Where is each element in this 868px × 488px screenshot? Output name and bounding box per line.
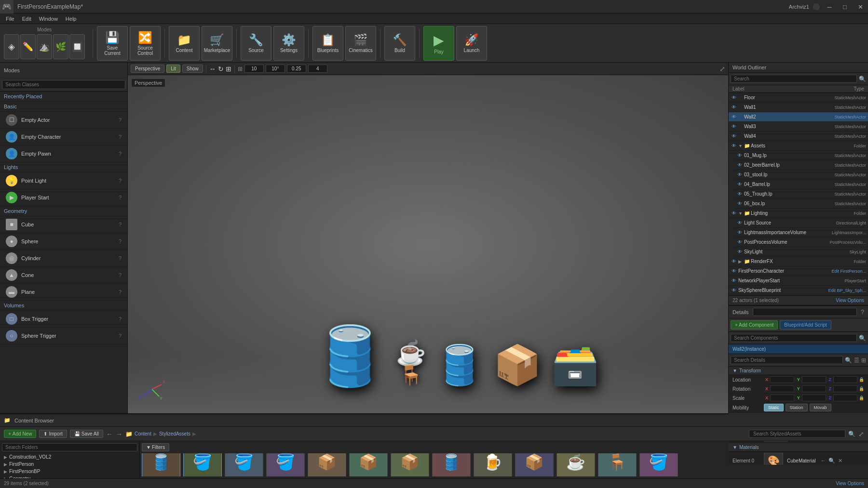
visibility-icon[interactable]: 👁 [731,210,737,217]
list-item[interactable]: ▶ Geometry [0,475,139,478]
rotation-y-input[interactable]: 0.002° [802,385,826,392]
list-item[interactable]: ● Sphere ? [0,233,127,250]
expand-icon[interactable]: ▶ [4,469,7,474]
view-options-label[interactable]: View Options [836,481,864,486]
play-button[interactable]: ▶ Play [423,26,454,61]
outliner-row[interactable]: 👁 SkySphereBlueprint Edit BP_Sky_Sph... [729,286,868,295]
outliner-search-input[interactable] [731,75,857,83]
menu-edit[interactable]: Edit [18,15,35,23]
visibility-icon[interactable]: 👁 [731,258,737,265]
outliner-row[interactable]: 👁 Wall2 StaticMeshActor [729,112,868,122]
expand-icon[interactable]: ▶ [4,455,7,460]
modes-landscape-btn[interactable]: ⛰️ [37,34,52,59]
outliner-row[interactable]: 👁 ▼ 📁 Lighting Folder [729,209,868,218]
outliner-row[interactable]: 👁 SkyLight SkyLight [734,247,868,257]
list-item[interactable]: ○ Sphere Trigger ? [0,328,127,344]
transform-header[interactable]: ▼ Transform [729,367,868,375]
visibility-icon[interactable]: 👁 [731,133,737,140]
launch-button[interactable]: 🚀 Launch [456,26,487,61]
cam-speed-value[interactable]: 4 [308,65,327,73]
outliner-row[interactable]: 👁 01_Mug.lp StaticMeshActor [734,151,868,160]
expand-icon[interactable]: ▶ [738,259,743,264]
location-y-input[interactable]: 0.0 [802,376,826,383]
rotation-z-input[interactable]: 0.0° [833,385,857,392]
outliner-search-icon[interactable]: 🔍 [859,76,866,82]
filters-button[interactable]: ▼ Filters [142,443,169,451]
list-item[interactable]: 👤 Empty Character ? [0,129,127,145]
component-search-input[interactable] [731,334,857,342]
plane-info-icon[interactable]: ? [119,289,122,295]
list-item[interactable]: ▬ Plane ? [0,284,127,301]
blueprint-script-button[interactable]: Blueprint/Add Script [780,320,831,330]
source-control-button[interactable]: 🔀 Source Control [130,26,161,61]
outliner-row[interactable]: 👁 04_Barrel.lp StaticMeshActor [734,180,868,189]
outliner-row[interactable]: 👁 ▼ 📁 Assets Folder [729,141,868,151]
scale-icon[interactable]: ⊞ [226,65,231,73]
visibility-icon[interactable]: 👁 [731,123,737,130]
visibility-icon[interactable]: 👁 [731,268,737,275]
maximize-button[interactable]: □ [837,0,853,13]
empty-actor-info-icon[interactable]: ? [119,117,122,123]
source-button[interactable]: 🔧 Source [241,26,271,61]
visibility-icon[interactable]: 👁 [736,162,743,169]
move-icon[interactable]: ↔ [209,65,216,73]
list-item[interactable]: ▶ Construction_VOL2 [0,453,139,461]
location-x-input[interactable]: -222% [770,376,794,383]
rotation-lock-icon[interactable]: 🔒 [859,386,864,391]
blueprints-button[interactable]: 📋 Blueprints [312,26,343,61]
details-question-icon[interactable]: ? [861,309,864,316]
outliner-row[interactable]: 👁 LightmassImportanceVolume LightmassImp… [734,228,868,237]
marketplace-button[interactable]: 🛒 Marketplace [202,26,232,61]
player-start-info-icon[interactable]: ? [119,195,122,200]
cylinder-info-icon[interactable]: ? [119,255,122,261]
add-component-button[interactable]: + Add Component [731,320,778,330]
empty-pawn-info-icon[interactable]: ? [119,151,122,157]
visibility-icon[interactable]: 👁 [731,287,737,294]
visibility-icon[interactable]: 👁 [736,200,743,207]
scale-y-input[interactable]: 40.0 [802,395,826,401]
scale-value[interactable]: 0.25 [287,65,306,73]
visibility-icon[interactable]: 👁 [736,220,743,226]
cone-info-icon[interactable]: ? [119,272,122,278]
modes-select-btn[interactable]: ◈ [4,34,19,59]
path-stylized-assets[interactable]: StylizedAssets [159,431,190,436]
visibility-icon[interactable]: 👁 [736,239,743,246]
maximize-viewport-icon[interactable]: ⤢ [719,65,725,73]
add-new-button[interactable]: + Add New [4,430,36,438]
asset-search-icon[interactable]: 🔍 [848,431,855,437]
lit-button[interactable]: Lit [166,65,180,73]
list-item[interactable]: 🛢️ 04_Barrel... [142,453,180,476]
detail-search-icon[interactable]: 🔍 [845,357,852,364]
location-lock-icon[interactable]: 🔒 [859,377,864,382]
actor-name-input[interactable]: Wall2 [753,308,857,316]
close-button[interactable]: ✕ [853,0,868,13]
build-button[interactable]: 🔨 Build [384,26,415,61]
mobility-static-button[interactable]: Static [764,404,784,411]
scale-lock-icon[interactable]: 🔒 [859,396,864,400]
outliner-row[interactable]: 👁 Wall1 StaticMeshActor [729,103,868,112]
content-browser-maximize-icon[interactable]: ⤢ [858,430,864,438]
visibility-icon[interactable]: 👁 [736,249,743,255]
list-item[interactable]: 🪣 Trough [639,453,678,476]
menu-help[interactable]: Help [62,15,81,23]
visibility-icon[interactable]: 👁 [731,104,737,111]
category-recently-placed[interactable]: Recently Placed [0,92,127,102]
sphere-info-icon[interactable]: ? [119,238,122,244]
detail-view-toggle[interactable]: ☰ [854,357,859,364]
viewport[interactable]: Perspective 🛢️ ☕ 🪑 🛢️ 📦 🗃️ [128,75,728,413]
outliner-row[interactable]: 👁 PostProcessVolume PostProcessVolu... [734,237,868,247]
visibility-icon[interactable]: 👁 [731,94,737,101]
import-button[interactable]: ⬆ Import [39,430,67,438]
list-item[interactable]: ▶ Player Start ? [0,189,127,206]
path-content[interactable]: Content [135,431,151,436]
outliner-row[interactable]: 👁 06_box.lp StaticMeshActor [734,199,868,209]
outliner-row[interactable]: 👁 Wall3 StaticMeshActor [729,122,868,132]
list-item[interactable]: 📦 Box [515,453,554,476]
list-item[interactable]: ▲ Cone ? [0,267,127,284]
box-trigger-info-icon[interactable]: ? [119,316,122,322]
list-item[interactable]: 🛢️ Barrel [432,453,471,476]
expand-icon[interactable]: ▼ [738,144,743,148]
cinematics-button[interactable]: 🎬 Cinematics [345,26,376,61]
outliner-row[interactable]: 👁 03_stool.lp StaticMeshActor [734,170,868,180]
outliner-row[interactable]: 👁 Light Source DirectionalLight [734,218,868,228]
